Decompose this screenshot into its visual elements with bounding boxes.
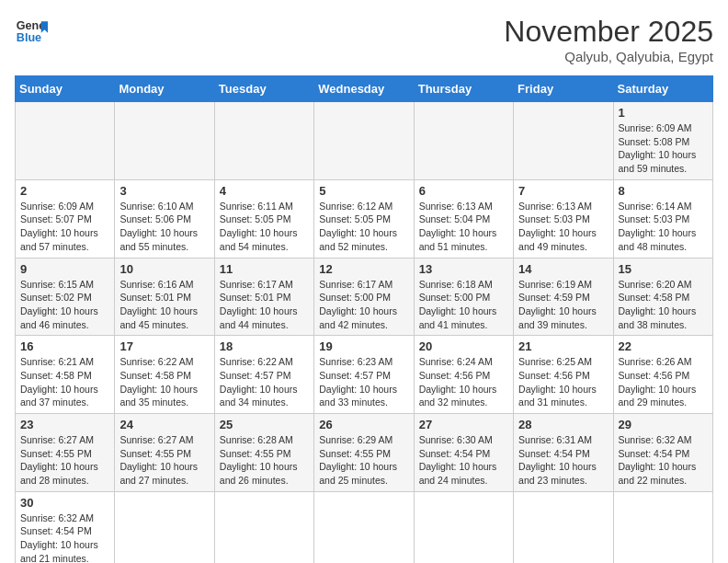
header-monday: Monday	[115, 76, 214, 102]
week-row-3: 9 Sunrise: 6:15 AMSunset: 5:02 PMDayligh…	[16, 258, 713, 336]
header-wednesday: Wednesday	[314, 76, 414, 102]
empty-cell	[414, 102, 513, 180]
day-25: 25 Sunrise: 6:28 AMSunset: 4:55 PMDaylig…	[214, 414, 313, 492]
empty-cell	[514, 102, 613, 180]
day-19: 19 Sunrise: 6:23 AMSunset: 4:57 PMDaylig…	[314, 336, 414, 414]
month-title: November 2025	[504, 15, 713, 49]
day-17: 17 Sunrise: 6:22 AMSunset: 4:58 PMDaylig…	[115, 336, 214, 414]
day-11: 11 Sunrise: 6:17 AMSunset: 5:01 PMDaylig…	[214, 258, 313, 336]
empty-cell	[514, 491, 613, 563]
day-10: 10 Sunrise: 6:16 AMSunset: 5:01 PMDaylig…	[115, 258, 214, 336]
day-1: 1 Sunrise: 6:09 AMSunset: 5:08 PMDayligh…	[613, 102, 712, 180]
day-4: 4 Sunrise: 6:11 AMSunset: 5:05 PMDayligh…	[214, 179, 313, 258]
day-9: 9 Sunrise: 6:15 AMSunset: 5:02 PMDayligh…	[16, 258, 115, 336]
header-saturday: Saturday	[613, 76, 712, 102]
day-30: 30 Sunrise: 6:32 AMSunset: 4:54 PMDaylig…	[16, 491, 115, 563]
empty-cell	[414, 491, 513, 563]
day-13: 13 Sunrise: 6:18 AMSunset: 5:00 PMDaylig…	[414, 258, 513, 336]
empty-cell	[214, 491, 313, 563]
empty-cell	[115, 102, 214, 180]
day-22: 22 Sunrise: 6:26 AMSunset: 4:56 PMDaylig…	[613, 336, 712, 414]
svg-text:Blue: Blue	[17, 31, 41, 44]
page-header: General Blue November 2025 Qalyub, Qalyu…	[15, 15, 713, 64]
day-21: 21 Sunrise: 6:25 AMSunset: 4:56 PMDaylig…	[514, 336, 613, 414]
day-6: 6 Sunrise: 6:13 AMSunset: 5:04 PMDayligh…	[414, 179, 513, 258]
day-3: 3 Sunrise: 6:10 AMSunset: 5:06 PMDayligh…	[115, 179, 214, 258]
location-subtitle: Qalyub, Qalyubia, Egypt	[504, 49, 713, 64]
calendar-table: Sunday Monday Tuesday Wednesday Thursday…	[15, 75, 713, 563]
day-15: 15 Sunrise: 6:20 AMSunset: 4:58 PMDaylig…	[613, 258, 712, 336]
empty-cell	[16, 102, 115, 180]
day-27: 27 Sunrise: 6:30 AMSunset: 4:54 PMDaylig…	[414, 414, 513, 492]
day-23: 23 Sunrise: 6:27 AMSunset: 4:55 PMDaylig…	[16, 414, 115, 492]
logo: General Blue	[15, 15, 48, 48]
day-29: 29 Sunrise: 6:32 AMSunset: 4:54 PMDaylig…	[613, 414, 712, 492]
day-18: 18 Sunrise: 6:22 AMSunset: 4:57 PMDaylig…	[214, 336, 313, 414]
day-24: 24 Sunrise: 6:27 AMSunset: 4:55 PMDaylig…	[115, 414, 214, 492]
header-tuesday: Tuesday	[214, 76, 313, 102]
day-7: 7 Sunrise: 6:13 AMSunset: 5:03 PMDayligh…	[514, 179, 613, 258]
day-5: 5 Sunrise: 6:12 AMSunset: 5:05 PMDayligh…	[314, 179, 414, 258]
day-12: 12 Sunrise: 6:17 AMSunset: 5:00 PMDaylig…	[314, 258, 414, 336]
logo-icon: General Blue	[15, 15, 48, 48]
empty-cell	[314, 491, 414, 563]
week-row-4: 16 Sunrise: 6:21 AMSunset: 4:58 PMDaylig…	[16, 336, 713, 414]
day-28: 28 Sunrise: 6:31 AMSunset: 4:54 PMDaylig…	[514, 414, 613, 492]
day-16: 16 Sunrise: 6:21 AMSunset: 4:58 PMDaylig…	[16, 336, 115, 414]
header-sunday: Sunday	[16, 76, 115, 102]
day-26: 26 Sunrise: 6:29 AMSunset: 4:55 PMDaylig…	[314, 414, 414, 492]
week-row-2: 2 Sunrise: 6:09 AMSunset: 5:07 PMDayligh…	[16, 179, 713, 258]
week-row-5: 23 Sunrise: 6:27 AMSunset: 4:55 PMDaylig…	[16, 414, 713, 492]
day-14: 14 Sunrise: 6:19 AMSunset: 4:59 PMDaylig…	[514, 258, 613, 336]
day-20: 20 Sunrise: 6:24 AMSunset: 4:56 PMDaylig…	[414, 336, 513, 414]
title-block: November 2025 Qalyub, Qalyubia, Egypt	[504, 15, 713, 64]
empty-cell	[214, 102, 313, 180]
empty-cell	[314, 102, 414, 180]
day-2: 2 Sunrise: 6:09 AMSunset: 5:07 PMDayligh…	[16, 179, 115, 258]
week-row-6: 30 Sunrise: 6:32 AMSunset: 4:54 PMDaylig…	[16, 491, 713, 563]
week-row-1: 1 Sunrise: 6:09 AMSunset: 5:08 PMDayligh…	[16, 102, 713, 180]
day-8: 8 Sunrise: 6:14 AMSunset: 5:03 PMDayligh…	[613, 179, 712, 258]
weekday-header-row: Sunday Monday Tuesday Wednesday Thursday…	[16, 76, 713, 102]
header-thursday: Thursday	[414, 76, 513, 102]
empty-cell	[115, 491, 214, 563]
empty-cell	[613, 491, 712, 563]
header-friday: Friday	[514, 76, 613, 102]
